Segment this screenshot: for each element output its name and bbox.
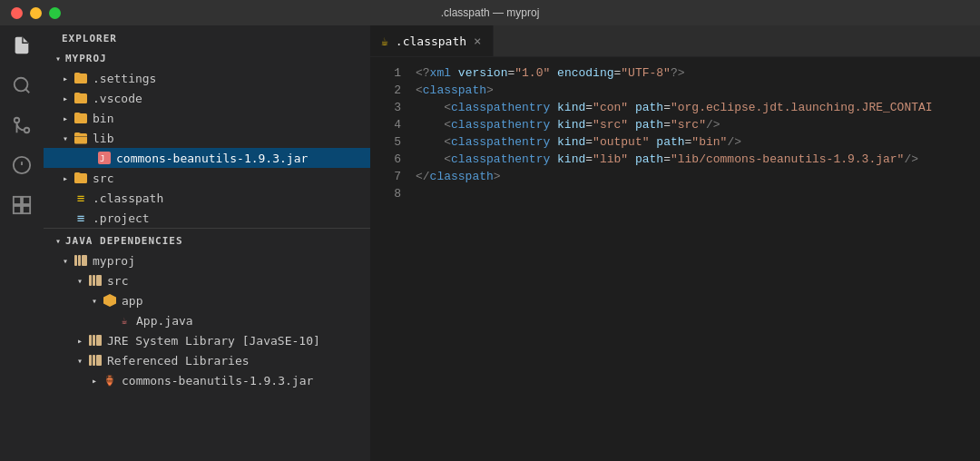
java-deps-header[interactable]: JAVA DEPENDENCIES <box>44 230 370 250</box>
explorer-header: EXPLORER <box>44 25 370 48</box>
jre-library-icon <box>87 333 103 348</box>
commons-jd-arrow <box>87 373 102 387</box>
svg-rect-9 <box>14 206 21 213</box>
jre-jd-arrow <box>73 333 87 348</box>
appjava-jd-label: App.java <box>136 314 193 328</box>
settings-item[interactable]: .settings <box>44 68 370 88</box>
bin-arrow <box>58 111 73 125</box>
svg-rect-7 <box>14 197 21 204</box>
src-library-icon <box>87 273 103 288</box>
line-content-5: <classpathentry kind="output" path="bin"… <box>416 133 741 151</box>
svg-rect-15 <box>82 255 87 266</box>
source-control-activity-icon[interactable] <box>9 113 34 138</box>
main-layout: EXPLORER MYPROJ .settings .vscode <box>0 25 980 461</box>
code-editor[interactable]: 1 <?xml version="1.0" encoding="UTF-8"?>… <box>370 57 980 461</box>
svg-rect-10 <box>23 206 30 213</box>
svg-rect-14 <box>78 255 81 266</box>
app-jd-item[interactable]: app <box>44 290 370 310</box>
appjava-jd-item[interactable]: ☕ App.java <box>44 310 370 330</box>
myproj-jd-label: myproj <box>93 254 135 268</box>
jre-jd-item[interactable]: JRE System Library [JavaSE-10] <box>44 330 370 350</box>
classpath-tab[interactable]: ☕ .classpath × <box>370 25 494 56</box>
debug-activity-icon[interactable] <box>9 152 34 178</box>
src-jd-item[interactable]: src <box>44 270 370 290</box>
src-jd-label: src <box>107 274 128 288</box>
svg-point-2 <box>24 128 30 133</box>
titlebar-buttons <box>11 7 61 19</box>
editor-area: ☕ .classpath × 1 <?xml version="1.0" enc… <box>370 25 980 461</box>
line-content-8 <box>416 185 423 202</box>
line-num-8: 8 <box>370 185 416 202</box>
line-num-4: 4 <box>370 116 416 133</box>
vscode-folder-icon <box>73 91 89 105</box>
commons-jd-item[interactable]: 🏺 commons-beanutils-1.9.3.jar <box>44 370 370 390</box>
search-activity-icon[interactable] <box>9 73 34 98</box>
jre-jd-label: JRE System Library [JavaSE-10] <box>107 334 320 348</box>
vscode-arrow <box>58 91 73 105</box>
src-item[interactable]: src <box>44 168 370 188</box>
svg-rect-8 <box>23 197 30 204</box>
svg-line-1 <box>25 89 29 93</box>
myproj-header[interactable]: MYPROJ <box>44 48 370 68</box>
extensions-activity-icon[interactable] <box>9 192 34 218</box>
svg-rect-19 <box>89 335 92 346</box>
project-item[interactable]: ≡ .project <box>44 208 370 228</box>
reflib-jd-label: Referenced Libraries <box>107 354 250 368</box>
bin-folder-icon <box>73 111 89 125</box>
maximize-button[interactable] <box>49 7 61 19</box>
myproj-arrow <box>51 51 65 65</box>
java-file-icon: ☕ <box>116 313 132 328</box>
vscode-item[interactable]: .vscode <box>44 88 370 108</box>
classpath-tab-label: .classpath <box>396 34 466 48</box>
myproj-jd-arrow <box>58 253 73 268</box>
line-num-5: 5 <box>370 133 416 151</box>
close-tab-button[interactable]: × <box>474 34 481 48</box>
svg-rect-17 <box>93 275 95 286</box>
code-line-6: 6 <classpathentry kind="lib" path="lib/c… <box>370 151 980 168</box>
classpath-item[interactable]: ≡ .classpath <box>44 188 370 208</box>
explorer-activity-icon[interactable] <box>9 33 34 58</box>
svg-rect-18 <box>96 275 102 286</box>
line-content-1: <?xml version="1.0" encoding="UTF-8"?> <box>416 64 685 82</box>
myproj-label: MYPROJ <box>65 53 107 64</box>
svg-point-0 <box>15 78 28 92</box>
svg-rect-22 <box>89 355 92 366</box>
jar-icon: J <box>96 151 113 165</box>
minimize-button[interactable] <box>30 7 42 19</box>
code-line-1: 1 <?xml version="1.0" encoding="UTF-8"?> <box>370 64 980 82</box>
java-deps-arrow <box>51 233 65 248</box>
app-jd-arrow <box>87 293 102 308</box>
library-icon <box>73 253 89 268</box>
bin-item[interactable]: bin <box>44 108 370 128</box>
commons-jar-item[interactable]: J commons-beanutils-1.9.3.jar <box>44 148 370 168</box>
pkg-icon <box>102 293 118 308</box>
code-line-7: 7 </classpath> <box>370 168 980 185</box>
project-label: .project <box>93 211 150 225</box>
close-button[interactable] <box>11 7 23 19</box>
svg-rect-13 <box>74 255 77 266</box>
svg-rect-23 <box>93 355 95 366</box>
src-jd-arrow <box>73 273 87 288</box>
jar-jd-icon: 🏺 <box>102 373 118 387</box>
code-line-5: 5 <classpathentry kind="output" path="bi… <box>370 133 980 151</box>
lib-folder-icon <box>73 131 89 145</box>
lib-item[interactable]: lib <box>44 128 370 148</box>
svg-rect-21 <box>96 335 102 346</box>
classpath-file-icon: ≡ <box>73 191 89 205</box>
reflib-library-icon <box>87 353 103 368</box>
svg-rect-24 <box>96 355 102 366</box>
reflib-jd-item[interactable]: Referenced Libraries <box>44 350 370 370</box>
lib-label: lib <box>93 132 113 145</box>
line-num-7: 7 <box>370 168 416 185</box>
svg-point-3 <box>15 118 20 123</box>
commons-jd-label: commons-beanutils-1.9.3.jar <box>122 374 313 387</box>
classpath-label: .classpath <box>93 191 163 205</box>
myproj-jd-item[interactable]: myproj <box>44 250 370 270</box>
line-content-4: <classpathentry kind="src" path="src"/> <box>416 116 720 133</box>
bin-label: bin <box>93 112 113 125</box>
java-deps-label: JAVA DEPENDENCIES <box>65 235 183 247</box>
line-content-7: </classpath> <box>416 168 501 185</box>
titlebar-title: .classpath — myproj <box>441 6 540 19</box>
line-num-3: 3 <box>370 99 416 116</box>
tab-bar: ☕ .classpath × <box>370 25 980 57</box>
